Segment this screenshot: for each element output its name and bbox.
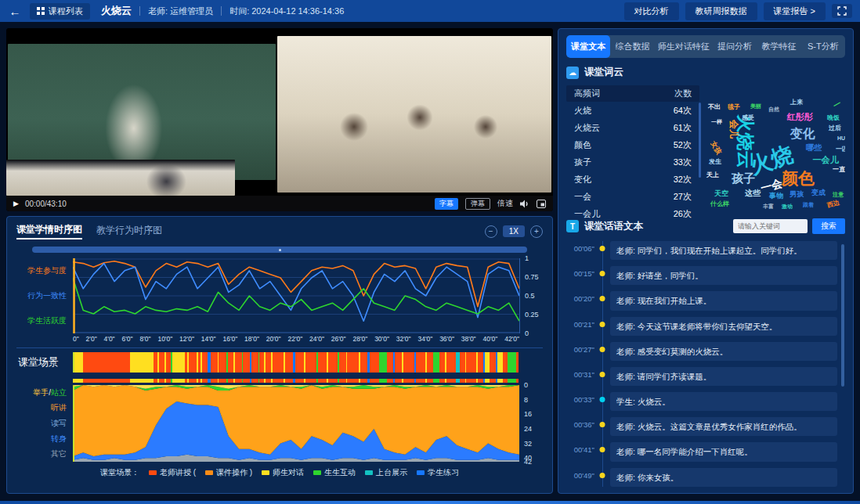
transcript-item[interactable]: 00'49"老师: 你来女孩。 bbox=[566, 468, 837, 487]
scene-segment bbox=[189, 379, 197, 383]
cloud-word: 注意 bbox=[833, 192, 844, 197]
transcript-text: 老师: 同学们，我们现在开始上课起立。同学们好。 bbox=[610, 241, 837, 260]
cloud-word: 美丽 bbox=[750, 103, 761, 109]
table-scrollbar[interactable] bbox=[699, 103, 701, 178]
transcript-item[interactable]: 00'06"老师: 同学们，我们现在开始上课起立。同学们好。 bbox=[566, 241, 837, 260]
cloud-word: 会儿 bbox=[729, 120, 739, 139]
transcript-timestamp: 00'41" bbox=[566, 442, 594, 454]
scene-segment bbox=[439, 379, 445, 383]
scene-segment bbox=[490, 352, 496, 373]
timeline-charts-panel: 课堂学情时序图 教学行为时序图 − 1X + 学生参与度行为一致性学生活跃度 1… bbox=[6, 216, 553, 494]
course-list-button[interactable]: 课程列表 bbox=[30, 3, 90, 20]
tab-提问分析[interactable]: 提问分析 bbox=[713, 35, 757, 58]
cloud-word: 过后 bbox=[829, 125, 841, 131]
scene-segment bbox=[433, 352, 439, 373]
back-arrow-icon[interactable]: ← bbox=[8, 5, 22, 18]
scene-segment bbox=[219, 379, 226, 383]
zoom-out-button[interactable]: − bbox=[485, 225, 497, 238]
class-report-button[interactable]: 课堂报告 > bbox=[764, 2, 826, 20]
transcript-timestamp: 00'20" bbox=[566, 291, 594, 303]
transcript-item[interactable]: 00'33"学生: 火烧云。 bbox=[566, 392, 837, 411]
speed-button[interactable]: 倍速 bbox=[497, 198, 513, 209]
behavior-label: 其它 bbox=[51, 448, 67, 459]
fullscreen-toggle-button[interactable] bbox=[832, 4, 852, 18]
timeline-rail bbox=[594, 317, 610, 336]
teacher-dot bbox=[600, 347, 605, 352]
cloud-word: 跟着 bbox=[803, 202, 814, 207]
tab-课堂文本[interactable]: 课堂文本 bbox=[566, 35, 610, 58]
transcript-text: 老师: 哪一名同学能介绍一下肖红呢。 bbox=[610, 442, 837, 461]
zoom-level[interactable]: 1X bbox=[503, 225, 525, 237]
cloud-word: 一 bbox=[832, 99, 843, 110]
keyword-search-input[interactable] bbox=[733, 219, 808, 233]
x-tick: 24'0" bbox=[309, 335, 324, 344]
playhead-line bbox=[73, 352, 74, 373]
scene-segment bbox=[478, 352, 483, 373]
transcript-list: 00'06"老师: 同学们，我们现在开始上课起立。同学们好。00'15"老师: … bbox=[566, 241, 845, 487]
legend-swatch bbox=[313, 470, 321, 475]
scene-segment bbox=[466, 352, 476, 373]
timeline-rail bbox=[594, 367, 610, 386]
timeline-rail bbox=[594, 442, 610, 461]
x-tick: 38'0" bbox=[461, 335, 476, 344]
y-tick: 0.25 bbox=[525, 311, 539, 319]
zoom-in-button[interactable]: + bbox=[530, 225, 543, 238]
scene-segment bbox=[219, 352, 226, 373]
tab-S-T分析[interactable]: S-T分析 bbox=[801, 35, 845, 58]
scene-segment bbox=[516, 379, 519, 383]
cloud-word: 上来 bbox=[790, 99, 803, 106]
compare-analysis-button[interactable]: 对比分析 bbox=[624, 2, 679, 20]
transcript-item[interactable]: 00'36"老师: 火烧云。这篇文章是优秀女作家肖红的作品。 bbox=[566, 417, 837, 436]
tab-教学特征[interactable]: 教学特征 bbox=[757, 35, 800, 58]
cloud-word: 什么样 bbox=[710, 201, 729, 207]
word-cell: 孩子 bbox=[574, 157, 591, 168]
transcript-item[interactable]: 00'15"老师: 好请坐，同学们。 bbox=[566, 266, 837, 285]
x-tick: 20'0" bbox=[266, 335, 281, 344]
tab-综合数据[interactable]: 综合数据 bbox=[610, 35, 654, 58]
scene-segment bbox=[172, 352, 185, 373]
x-tick: 0" bbox=[73, 335, 79, 344]
teacher-dot bbox=[600, 447, 605, 452]
content-video-feed bbox=[6, 160, 235, 196]
left-column: ▶ 00:00/43:10 字幕 弹幕 倍速 bbox=[6, 28, 553, 494]
legend-swatch bbox=[149, 470, 157, 475]
scene-segment bbox=[295, 352, 304, 373]
volume-button[interactable] bbox=[520, 200, 529, 208]
y-tick: 0 bbox=[525, 329, 529, 337]
subtitle-button[interactable]: 字幕 bbox=[435, 198, 458, 210]
scene-legend: 课堂场景： 老师讲授 (课件操作 )师生对话生生互动上台展示学生练习 bbox=[16, 467, 543, 478]
scene-segment bbox=[347, 379, 359, 383]
volume-icon bbox=[520, 200, 529, 208]
cloud-word: 女孩 bbox=[710, 140, 723, 156]
scene-mini-strip bbox=[73, 379, 519, 383]
scene-segment bbox=[427, 352, 433, 373]
divider bbox=[221, 6, 222, 16]
transcript-scrollbar[interactable] bbox=[841, 244, 844, 387]
y-tick: 42 bbox=[524, 458, 532, 466]
search-button[interactable]: 搜索 bbox=[812, 218, 845, 234]
transcript-item[interactable]: 00'20"老师: 现在我们开始上课。 bbox=[566, 291, 837, 310]
tab-teaching-behavior-timeline[interactable]: 教学行为时序图 bbox=[96, 224, 162, 239]
transcript-item[interactable]: 00'21"老师: 今天这节课老师将带你们去仰望天空。 bbox=[566, 317, 837, 336]
axis-label-行为一致性: 行为一致性 bbox=[27, 290, 67, 301]
fullscreen-video-button[interactable] bbox=[537, 200, 546, 208]
cloud-word: 一会儿 bbox=[813, 156, 839, 164]
transcript-item[interactable]: 00'27"老师: 感受变幻莫测的火烧云。 bbox=[566, 342, 837, 361]
scene-segment bbox=[235, 352, 241, 373]
scene-segment bbox=[228, 379, 233, 383]
scene-segment bbox=[379, 379, 387, 383]
danmaku-button[interactable]: 弹幕 bbox=[465, 198, 490, 210]
tab-师生对话特征[interactable]: 师生对话特征 bbox=[655, 35, 713, 58]
play-button[interactable]: ▶ bbox=[13, 200, 19, 207]
weekly-report-button[interactable]: 教研周报数据 bbox=[685, 2, 757, 20]
teacher-dot bbox=[600, 372, 605, 377]
transcript-item[interactable]: 00'31"老师: 请同学们齐读课题。 bbox=[566, 367, 837, 386]
y-tick: 24 bbox=[524, 425, 532, 433]
transcript-item[interactable]: 00'41"老师: 哪一名同学能介绍一下肖红呢。 bbox=[566, 442, 837, 461]
video-player: ▶ 00:00/43:10 字幕 弹幕 倍速 bbox=[6, 28, 553, 211]
timeline-scrollbar[interactable] bbox=[32, 247, 527, 253]
cloud-word: 红彤彤 bbox=[787, 113, 813, 121]
legend-swatch bbox=[417, 470, 425, 475]
scene-segment bbox=[478, 379, 483, 383]
tab-learning-timeline[interactable]: 课堂学情时序图 bbox=[16, 223, 82, 239]
